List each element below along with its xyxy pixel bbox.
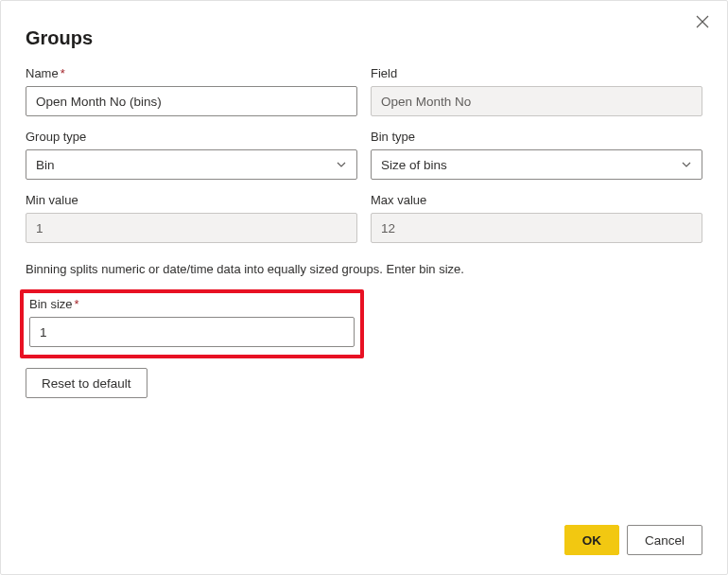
name-input[interactable] (26, 86, 357, 116)
bin-type-select[interactable]: Size of bins (371, 149, 702, 180)
bin-type-label: Bin type (371, 130, 702, 144)
name-label: Name* (26, 66, 357, 80)
group-type-selected-value: Bin (36, 158, 55, 172)
ok-button[interactable]: OK (564, 525, 619, 555)
group-type-label: Group type (26, 130, 357, 144)
bin-size-label-text: Bin size (29, 297, 73, 311)
bin-size-highlight: Bin size* (20, 289, 364, 358)
bin-size-label: Bin size* (29, 297, 355, 311)
reset-to-default-button[interactable]: Reset to default (26, 368, 147, 398)
name-label-text: Name (26, 66, 59, 80)
bin-type-selected-value: Size of bins (381, 158, 447, 172)
max-value-label: Max value (371, 193, 702, 207)
field-value-readonly: Open Month No (371, 86, 702, 116)
required-marker: * (61, 66, 65, 80)
field-field-group: Field Open Month No (371, 66, 702, 116)
cancel-button[interactable]: Cancel (627, 525, 702, 555)
max-value-readonly: 12 (371, 213, 702, 243)
dialog-title: Groups (26, 27, 702, 49)
max-value-field-group: Max value 12 (371, 193, 702, 243)
chevron-down-icon (336, 159, 347, 170)
min-value-field-group: Min value 1 (26, 193, 357, 243)
required-marker: * (75, 297, 79, 311)
close-icon (696, 15, 709, 32)
group-type-field-group: Group type Bin (26, 130, 357, 180)
bin-size-field-group: Bin size* (29, 297, 355, 347)
close-button[interactable] (689, 10, 716, 37)
field-label: Field (371, 66, 702, 80)
chevron-down-icon (681, 159, 692, 170)
bin-size-input[interactable] (29, 317, 355, 347)
bin-type-field-group: Bin type Size of bins (371, 130, 702, 180)
group-type-select[interactable]: Bin (26, 149, 357, 180)
dialog-footer: OK Cancel (564, 525, 702, 555)
groups-dialog: Groups Name* Field Open Month No Group t… (0, 0, 728, 575)
min-value-label: Min value (26, 193, 357, 207)
min-value-readonly: 1 (26, 213, 357, 243)
name-field-group: Name* (26, 66, 357, 116)
helper-text: Binning splits numeric or date/time data… (26, 262, 702, 276)
